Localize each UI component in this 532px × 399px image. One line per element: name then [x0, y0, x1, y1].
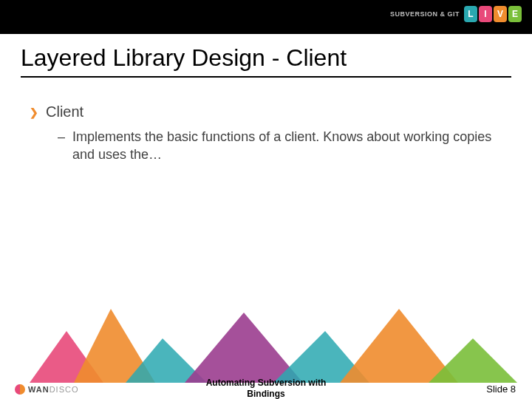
- body-content: ❯ Client – Implements the basic function…: [30, 103, 510, 164]
- page-title: Layered Library Design - Client: [21, 44, 511, 78]
- live-letter-v: V: [494, 6, 507, 22]
- footer: WANDISCO Automating Subversion with Bind…: [0, 372, 532, 399]
- wandisco-text-main: WAN: [28, 385, 50, 394]
- footer-center-line2: Bindings: [170, 389, 362, 399]
- slide-number: Slide 8: [486, 383, 516, 395]
- chevron-right-icon: ❯: [30, 106, 38, 118]
- bullet-main-text: Client: [46, 103, 83, 120]
- footer-shapes: [0, 309, 532, 383]
- footer-shapes-svg: [0, 309, 532, 383]
- brand-text: SUBVERSION & GIT: [390, 10, 460, 18]
- live-letter-e: E: [508, 6, 522, 22]
- bullet-main: ❯ Client: [30, 103, 510, 120]
- wandisco-logo: WANDISCO: [15, 384, 79, 395]
- live-badge: L I V E: [464, 6, 522, 22]
- live-letter-l: L: [464, 6, 477, 22]
- wandisco-icon: [15, 384, 25, 395]
- footer-center-line1: Automating Subversion with: [170, 378, 362, 388]
- brand-logo: SUBVERSION & GIT L I V E: [390, 6, 522, 22]
- wandisco-text-sub: DISCO: [50, 385, 79, 394]
- bullet-sub-text: Implements the basic functions of a clie…: [72, 128, 510, 164]
- bullet-sub-dash: –: [58, 128, 65, 164]
- wandisco-text: WANDISCO: [28, 385, 79, 394]
- slide: SUBVERSION & GIT L I V E Layered Library…: [0, 0, 532, 399]
- svg-marker-1: [74, 309, 155, 383]
- footer-center: Automating Subversion with Bindings: [170, 378, 362, 399]
- bullet-sub: – Implements the basic functions of a cl…: [58, 128, 510, 164]
- live-letter-i: I: [479, 6, 492, 22]
- svg-marker-5: [340, 309, 458, 383]
- top-bar: SUBVERSION & GIT L I V E: [0, 0, 532, 34]
